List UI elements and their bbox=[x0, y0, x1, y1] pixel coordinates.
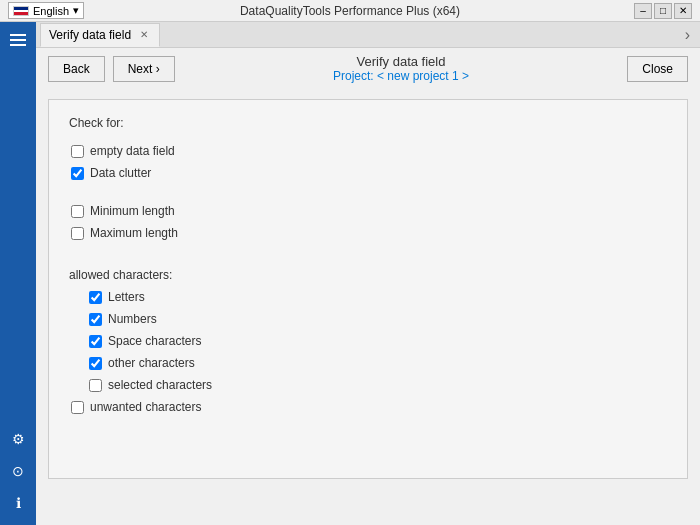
hamburger-line bbox=[10, 34, 26, 36]
back-label: Back bbox=[63, 62, 90, 76]
tab-bar-end: › bbox=[679, 26, 696, 44]
toolbar-center: Verify data field Project: < new project… bbox=[183, 54, 620, 83]
data-clutter-label[interactable]: Data clutter bbox=[90, 166, 151, 180]
empty-data-field-label[interactable]: empty data field bbox=[90, 144, 175, 158]
max-length-checkbox[interactable] bbox=[71, 227, 84, 240]
info-icon[interactable]: ℹ bbox=[4, 489, 32, 517]
unwanted-characters-label[interactable]: unwanted characters bbox=[90, 400, 201, 414]
main-panel: Check for: empty data field Data clutter bbox=[36, 89, 700, 525]
next-label: Next › bbox=[128, 62, 160, 76]
settings-icon[interactable]: ⚙ bbox=[4, 425, 32, 453]
app-container: ⚙ ⊙ ℹ Verify data field ✕ › Back Next › … bbox=[0, 22, 700, 525]
sidebar-bottom-icons: ⚙ ⊙ ℹ bbox=[4, 425, 32, 525]
header-project: Project: < new project 1 > bbox=[183, 69, 620, 83]
language-dropdown-icon[interactable]: ▾ bbox=[73, 4, 79, 17]
language-selector[interactable]: English ▾ bbox=[8, 2, 84, 19]
window-close-button[interactable]: ✕ bbox=[674, 3, 692, 19]
data-clutter-checkbox[interactable] bbox=[71, 167, 84, 180]
other-characters-checkbox[interactable] bbox=[89, 357, 102, 370]
back-button[interactable]: Back bbox=[48, 56, 105, 82]
min-length-label[interactable]: Minimum length bbox=[90, 204, 175, 218]
selected-characters-label[interactable]: selected characters bbox=[108, 378, 212, 392]
header-title: Verify data field bbox=[183, 54, 620, 69]
min-length-checkbox[interactable] bbox=[71, 205, 84, 218]
restore-button[interactable]: □ bbox=[654, 3, 672, 19]
flag-icon bbox=[13, 6, 29, 16]
window-controls: – □ ✕ bbox=[634, 3, 692, 19]
check-for-title: Check for: bbox=[69, 116, 667, 130]
tab-close-button[interactable]: ✕ bbox=[137, 28, 151, 42]
other-characters-row: other characters bbox=[69, 352, 667, 374]
letters-checkbox[interactable] bbox=[89, 291, 102, 304]
separator-1 bbox=[69, 190, 667, 200]
title-bar: English ▾ DataQualityTools Performance P… bbox=[0, 0, 700, 22]
letters-label[interactable]: Letters bbox=[108, 290, 145, 304]
close-button[interactable]: Close bbox=[627, 56, 688, 82]
selected-characters-row: selected characters bbox=[69, 374, 667, 396]
unwanted-characters-row: unwanted characters bbox=[69, 396, 667, 418]
empty-data-field-checkbox[interactable] bbox=[71, 145, 84, 158]
space-characters-checkbox[interactable] bbox=[89, 335, 102, 348]
sidebar-menu-button[interactable] bbox=[4, 26, 32, 54]
space-characters-row: Space characters bbox=[69, 330, 667, 352]
selected-characters-checkbox[interactable] bbox=[89, 379, 102, 392]
next-button[interactable]: Next › bbox=[113, 56, 175, 82]
numbers-row: Numbers bbox=[69, 308, 667, 330]
empty-data-field-row: empty data field bbox=[69, 140, 667, 162]
app-title: DataQualityTools Performance Plus (x64) bbox=[240, 4, 460, 18]
space-characters-label[interactable]: Space characters bbox=[108, 334, 201, 348]
letters-row: Letters bbox=[69, 286, 667, 308]
separator-2 bbox=[69, 250, 667, 260]
close-label: Close bbox=[642, 62, 673, 76]
tab-label: Verify data field bbox=[49, 28, 131, 42]
tab-verify-data-field[interactable]: Verify data field ✕ bbox=[40, 23, 160, 47]
unwanted-characters-checkbox[interactable] bbox=[71, 401, 84, 414]
tab-bar: Verify data field ✕ › bbox=[36, 22, 700, 48]
toolbar: Back Next › Verify data field Project: <… bbox=[36, 48, 700, 89]
numbers-checkbox[interactable] bbox=[89, 313, 102, 326]
sidebar: ⚙ ⊙ ℹ bbox=[0, 22, 36, 525]
minimize-button[interactable]: – bbox=[634, 3, 652, 19]
length-group: Minimum length Maximum length bbox=[69, 200, 667, 244]
data-clutter-row: Data clutter bbox=[69, 162, 667, 184]
content-area: Verify data field ✕ › Back Next › Verify… bbox=[36, 22, 700, 525]
check-for-group: empty data field Data clutter bbox=[69, 140, 667, 184]
max-length-row: Maximum length bbox=[69, 222, 667, 244]
hamburger-line bbox=[10, 44, 26, 46]
allowed-chars-group: Letters Numbers Space characters other c… bbox=[69, 286, 667, 418]
max-length-label[interactable]: Maximum length bbox=[90, 226, 178, 240]
hamburger-line bbox=[10, 39, 26, 41]
target-icon[interactable]: ⊙ bbox=[4, 457, 32, 485]
panel-box: Check for: empty data field Data clutter bbox=[48, 99, 688, 479]
min-length-row: Minimum length bbox=[69, 200, 667, 222]
numbers-label[interactable]: Numbers bbox=[108, 312, 157, 326]
other-characters-label[interactable]: other characters bbox=[108, 356, 195, 370]
language-label: English bbox=[33, 5, 69, 17]
allowed-characters-title: allowed characters: bbox=[69, 268, 667, 282]
